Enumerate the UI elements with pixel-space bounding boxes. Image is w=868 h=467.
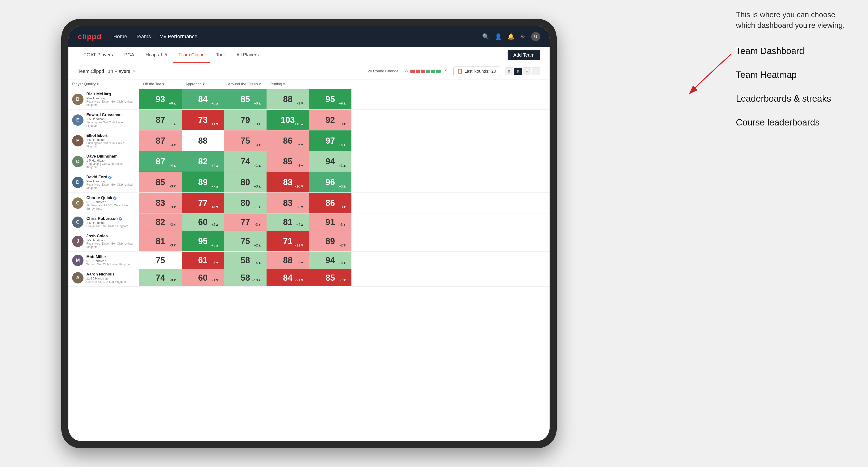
col-approach[interactable]: Approach ▾ xyxy=(182,80,224,89)
score-putting: 94+1▲ xyxy=(309,151,351,172)
score-value: 82 xyxy=(198,157,208,166)
player-name: Josh Coles xyxy=(86,234,135,239)
player-handicap: 6-10 Handicap xyxy=(86,200,135,204)
player-info-9[interactable]: AAaron Nicholls11-15 HandicapDrift Golf … xyxy=(68,269,139,286)
player-info-5[interactable]: CCharlie Quick✓6-10 HandicapSt. George's… xyxy=(68,193,139,213)
score-change: -1▼ xyxy=(212,278,219,282)
search-icon[interactable]: 🔍 xyxy=(482,33,489,40)
score-value: 77 xyxy=(198,198,208,208)
score-approach: 80+1▲ xyxy=(224,193,267,213)
score-value: 96 xyxy=(326,177,335,187)
player-info-0[interactable]: BBlair McHargPlus HandicapRoyal North De… xyxy=(68,89,139,110)
score-change: -14▼ xyxy=(210,205,219,209)
bell-icon[interactable]: 🔔 xyxy=(507,33,515,40)
score-around_green: 83-10▼ xyxy=(267,172,309,192)
score-change: -11▼ xyxy=(210,122,219,126)
verified-badge: ✓ xyxy=(108,176,112,179)
score-change: +1▲ xyxy=(339,163,346,167)
score-off_tee: 61-3▼ xyxy=(182,252,224,269)
table-row: CCharlie Quick✓6-10 HandicapSt. George's… xyxy=(68,193,550,214)
subnav-pgat[interactable]: PGAT Players xyxy=(78,47,119,63)
player-info-7[interactable]: JJosh Coles1-5 HandicapRoyal North Devon… xyxy=(68,231,139,251)
col-around-green[interactable]: Around the Green ▾ xyxy=(224,80,267,89)
player-club: Woburn Golf Club, United Kingdom xyxy=(86,263,135,266)
score-change: -3▼ xyxy=(170,243,177,247)
add-team-button[interactable]: Add Team xyxy=(507,50,540,60)
score-change: -3▼ xyxy=(170,222,177,226)
view-grid-button[interactable]: ⊞ xyxy=(505,67,513,75)
player-club: Royal North Devon Golf Club, United King… xyxy=(86,183,135,190)
player-details: Dave Billingham1-5 HandicapGog Magog Gol… xyxy=(86,154,135,169)
nav-link-myperformance[interactable]: My Performance xyxy=(159,33,197,40)
nav-link-teams[interactable]: Teams xyxy=(135,33,151,40)
score-change: -3▼ xyxy=(212,261,219,264)
score-value: 81 xyxy=(156,236,165,246)
score-putting: 92-3▼ xyxy=(309,110,351,130)
profile-icon[interactable]: 👤 xyxy=(495,33,502,40)
avatar: E xyxy=(72,135,84,147)
score-around_green: 85-3▼ xyxy=(267,151,309,172)
verified-badge: ✓ xyxy=(113,196,117,200)
nav-link-home[interactable]: Home xyxy=(113,33,127,40)
subnav-tour[interactable]: Tour xyxy=(210,47,231,63)
col-player-quality[interactable]: Player Quality ▾ xyxy=(68,80,139,89)
table-row: EElliot Ebert1-5 HandicapSunningdale Gol… xyxy=(68,130,550,151)
table-row: JJosh Coles1-5 HandicapRoyal North Devon… xyxy=(68,231,550,252)
player-details: Aaron Nicholls11-15 HandicapDrift Golf C… xyxy=(86,272,135,283)
player-info-6[interactable]: CChris Robertson✓1-5 HandicapCraigmillar… xyxy=(68,214,139,231)
subnav-hcaps[interactable]: Hcaps 1-5 xyxy=(140,47,173,63)
score-approach: 58+4▲ xyxy=(224,252,267,269)
player-handicap: 11-15 Handicap xyxy=(86,277,135,280)
player-name: Dave Billingham xyxy=(86,154,135,159)
score-change: +6▲ xyxy=(211,101,219,105)
score-value: 97 xyxy=(326,136,335,146)
col-off-tee[interactable]: Off the Tee ▾ xyxy=(139,80,182,89)
user-avatar[interactable]: U xyxy=(531,32,540,41)
score-value: 95 xyxy=(326,94,335,104)
score-change: -3▼ xyxy=(170,184,177,188)
last-rounds-button[interactable]: 📋 Last Rounds: 20 xyxy=(453,66,500,76)
score-change: -6▼ xyxy=(297,205,304,209)
player-handicap: 1-5 Handicap xyxy=(86,138,135,142)
player-info-8[interactable]: MMatt Miller6-10 HandicapWoburn Golf Clu… xyxy=(68,252,139,269)
player-handicap: 6-10 Handicap xyxy=(86,259,135,263)
score-value: 58 xyxy=(241,273,250,283)
score-value: 85 xyxy=(156,177,165,187)
score-player_quality: 74-8▼ xyxy=(139,269,182,286)
score-value: 58 xyxy=(241,255,250,266)
score-change: +9▲ xyxy=(169,101,177,105)
view-heatmap-button[interactable]: ▦ xyxy=(514,67,522,75)
table-row: EEdward Crossman1-5 HandicapSunningdale … xyxy=(68,110,550,130)
view-list-button[interactable]: ☰ xyxy=(523,67,531,75)
col-putting[interactable]: Putting ▾ xyxy=(267,80,309,89)
team-name-section: Team Clippd | 14 Players ✏ xyxy=(78,69,136,74)
score-value: 71 xyxy=(283,236,292,246)
table-row: MMatt Miller6-10 HandicapWoburn Golf Clu… xyxy=(68,252,550,269)
player-info-3[interactable]: DDave Billingham1-5 HandicapGog Magog Go… xyxy=(68,151,139,172)
score-change: -10▼ xyxy=(295,184,304,188)
player-info-1[interactable]: EEdward Crossman1-5 HandicapSunningdale … xyxy=(68,110,139,130)
subnav-all-players[interactable]: All Players xyxy=(231,47,264,63)
view-export-button[interactable]: ↓ xyxy=(532,67,540,75)
score-value: 88 xyxy=(283,255,292,266)
score-putting: 85-4▼ xyxy=(309,269,351,286)
subnav-team-clippd[interactable]: Team Clippd xyxy=(173,47,210,63)
subnav-pga[interactable]: PGA xyxy=(119,47,140,63)
avatar: M xyxy=(72,255,84,266)
score-value: 79 xyxy=(241,115,250,125)
score-off_tee: 89+7▲ xyxy=(182,172,224,192)
heatmap-pos-2 xyxy=(431,69,435,73)
score-approach: 79+9▲ xyxy=(224,110,267,130)
edit-icon[interactable]: ✏ xyxy=(132,69,136,74)
player-details: Matt Miller6-10 HandicapWoburn Golf Club… xyxy=(86,254,135,266)
score-player_quality: 87+4▲ xyxy=(139,151,182,172)
score-value: 91 xyxy=(326,217,335,227)
score-player_quality: 75 xyxy=(139,252,182,269)
settings-icon[interactable]: ⚙ xyxy=(520,33,526,40)
score-approach: 77-3▼ xyxy=(224,214,267,231)
player-info-2[interactable]: EElliot Ebert1-5 HandicapSunningdale Gol… xyxy=(68,130,139,151)
sub-navigation: PGAT Players PGA Hcaps 1-5 Team Clippd T… xyxy=(68,47,550,63)
score-player_quality: 87+1▲ xyxy=(139,110,182,130)
player-info-4[interactable]: DDavid Ford✓Plus HandicapRoyal North Dev… xyxy=(68,172,139,192)
score-change: +4▲ xyxy=(211,163,219,167)
